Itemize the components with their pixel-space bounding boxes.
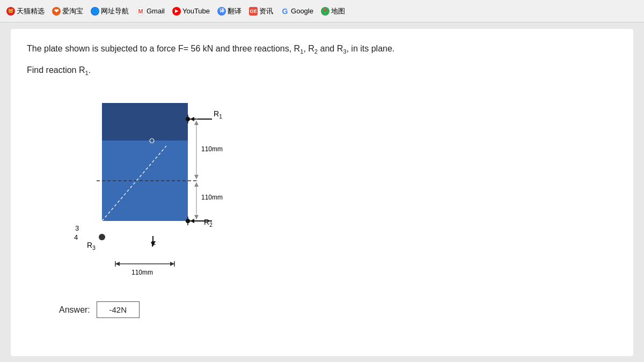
r2-label: R2	[204, 218, 213, 228]
diagram-container: R1 110mm R2 110mm	[59, 87, 617, 318]
problem-statement: The plate shown is subjected to a force …	[27, 42, 617, 57]
google-icon: G	[281, 7, 289, 16]
youtube-icon: ▶	[172, 7, 181, 16]
ditu-tab[interactable]: 📍 地图	[319, 5, 347, 17]
aitaobao-label: 爱淘宝	[62, 6, 83, 16]
gmail-tab[interactable]: M Gmail	[134, 6, 167, 17]
o-label: O	[149, 137, 155, 145]
r1-label: R1	[214, 109, 222, 120]
wangzhi-icon: 🌐	[91, 7, 99, 16]
aitaobao-icon: ❤	[52, 7, 61, 16]
zixun-tab[interactable]: GE 资讯	[247, 5, 275, 17]
ratio3-label: 3	[75, 224, 79, 232]
find-reaction-text: Find reaction R1.	[27, 65, 617, 76]
fanyi-tab[interactable]: 译 翻译	[215, 5, 244, 17]
dim3-arrow-right	[170, 262, 174, 266]
youtube-tab[interactable]: ▶ YouTube	[170, 6, 212, 17]
gmail-icon: M	[136, 7, 145, 16]
gmail-label: Gmail	[147, 7, 165, 15]
ratio4-label: 4	[74, 233, 78, 241]
main-content: The plate shown is subjected to a force …	[11, 29, 633, 356]
zixun-label: 资讯	[259, 6, 273, 16]
dim1-arrow-top	[194, 121, 199, 125]
mechanics-diagram: R1 110mm R2 110mm	[59, 87, 231, 285]
ditu-icon: 📍	[321, 7, 330, 16]
youtube-label: YouTube	[182, 7, 210, 15]
dim1-arrow-bottom	[194, 175, 199, 179]
r3-label: R3	[87, 241, 96, 251]
google-tab[interactable]: G Google	[279, 6, 316, 17]
browser-toolbar: 🐱 天猫精选 ❤ 爱淘宝 🌐 网址导航 M Gmail ▶ YouTube 译 …	[0, 0, 644, 23]
dim2-label: 110mm	[201, 194, 223, 201]
answer-area: Answer: -42N	[59, 301, 140, 318]
corner-dot	[99, 234, 105, 240]
tianmao-label: 天猫精选	[17, 6, 45, 16]
dim3-arrow-left	[115, 262, 120, 266]
fanyi-label: 翻译	[228, 6, 241, 16]
tianmao-icon: 🐱	[6, 7, 15, 16]
fanyi-icon: 译	[217, 7, 226, 16]
wangzhi-tab[interactable]: 🌐 网址导航	[89, 5, 131, 17]
aitaobao-tab[interactable]: ❤ 爱淘宝	[50, 5, 85, 17]
dim2-arrow-bottom	[194, 215, 199, 219]
tianmao-tab[interactable]: 🐱 天猫精选	[4, 5, 47, 17]
ditu-label: 地图	[331, 6, 345, 16]
zixun-icon: GE	[249, 7, 258, 16]
r2-arrowhead	[190, 219, 194, 223]
answer-label: Answer:	[59, 305, 90, 315]
dim2-arrow-top	[194, 182, 199, 187]
google-label: Google	[291, 7, 313, 15]
wangzhi-label: 网址导航	[101, 6, 129, 16]
answer-value[interactable]: -42N	[97, 301, 140, 318]
dim1-label: 110mm	[201, 145, 223, 153]
dim3-label: 110mm	[131, 269, 153, 276]
r1-arrowhead	[190, 117, 194, 121]
